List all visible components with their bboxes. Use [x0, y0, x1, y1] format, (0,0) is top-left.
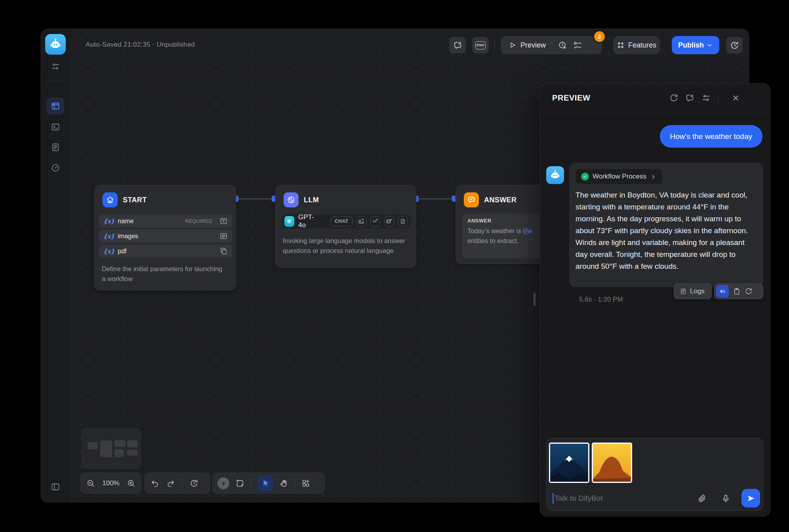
restart-conversation-icon[interactable] [669, 93, 678, 103]
home-icon [103, 192, 118, 207]
sidebar-item-orchestrate[interactable] [47, 97, 64, 115]
app-logo-difybot[interactable] [45, 34, 66, 55]
sidebar [40, 28, 71, 503]
conversation-settings-icon[interactable] [701, 93, 711, 103]
clear-conversation-icon[interactable] [685, 93, 694, 103]
tune-settings-icon[interactable] [51, 62, 60, 71]
robot-icon [48, 37, 63, 51]
play-icon [509, 41, 516, 49]
variable-token: {x} [103, 233, 114, 240]
attached-image-sunset-mountain[interactable] [592, 443, 632, 483]
message-meta: 5.6s · 1:20 PM [579, 296, 623, 304]
version-history-button[interactable] [726, 37, 743, 53]
node-llm-title: LLM [304, 196, 319, 204]
undo-icon[interactable] [151, 479, 159, 488]
sidebar-item-api-terminal-icon[interactable] [51, 122, 60, 132]
bubble-x-icon [453, 41, 462, 50]
canvas-tools-toolbar [212, 473, 325, 494]
required-badge: REQUIRED [185, 218, 212, 224]
zoom-in-icon[interactable] [127, 479, 135, 488]
features-icon [617, 41, 625, 49]
organize-nodes-icon[interactable] [301, 479, 310, 488]
voice-input-mic-icon[interactable] [721, 494, 730, 503]
files-type-icon [219, 247, 228, 255]
field-name-label: pdf [118, 248, 126, 255]
undo-toolbar [145, 473, 210, 494]
copy-icon[interactable] [733, 287, 741, 295]
logs-icon [680, 288, 687, 295]
node-llm-description: Invoking large language models to answer… [283, 236, 410, 256]
send-icon [747, 494, 755, 503]
robot-icon [549, 169, 561, 181]
pointer-mode-button[interactable] [257, 475, 273, 491]
send-message-button[interactable] [741, 489, 760, 507]
preview-panel-title: PREVIEW [552, 93, 590, 103]
logs-button[interactable]: Logs [674, 283, 712, 299]
llm-model-selector[interactable]: GPT-4o CHAT [282, 214, 410, 228]
node-llm[interactable]: LLM GPT-4o CHAT Invoking large language … [275, 185, 416, 268]
speak-aloud-button[interactable] [716, 285, 729, 298]
history-icon [730, 41, 739, 50]
env-variables-button[interactable]: ENV [472, 37, 489, 53]
model-name: GPT-4o [298, 213, 320, 229]
hand-mode-icon[interactable] [280, 479, 288, 488]
minimap-node [114, 440, 126, 447]
preview-run-button[interactable]: Preview [509, 41, 546, 49]
text-input-type-icon [219, 217, 228, 225]
message-actions [714, 283, 763, 299]
env-icon: ENV [475, 41, 486, 49]
add-node-button[interactable] [217, 477, 229, 489]
publish-label: Publish [678, 41, 704, 49]
answer-variable-token: {{w [523, 227, 532, 234]
zoom-toolbar: 100% [80, 473, 141, 494]
zoom-level[interactable]: 100% [100, 479, 122, 487]
sidebar-item-monitoring-icon[interactable] [51, 163, 60, 173]
redo-icon[interactable] [166, 479, 175, 488]
features-button[interactable]: Features [613, 36, 660, 54]
node-llm-header: LLM [284, 192, 319, 207]
chevron-right-icon [650, 173, 657, 180]
plus-icon [220, 480, 227, 486]
variable-token: {x} [103, 248, 114, 255]
logs-label: Logs [690, 287, 705, 295]
start-field-name[interactable]: {x} name REQUIRED [99, 215, 232, 228]
edge-start-llm [238, 198, 273, 200]
variable-token: {x} [103, 218, 114, 225]
bot-message-card: Workflow Process The weather in Boydton,… [569, 163, 763, 287]
annotation-button[interactable] [449, 37, 466, 53]
window-icon [51, 101, 60, 111]
regenerate-icon[interactable] [745, 287, 753, 295]
chat-message-input[interactable] [555, 490, 693, 506]
collapse-sidebar-icon[interactable] [51, 482, 60, 492]
canvas-minimap[interactable] [82, 428, 141, 469]
workflow-process-toggle[interactable]: Workflow Process [576, 169, 662, 184]
run-history-icon[interactable] [558, 41, 567, 50]
user-message-bubble: How's the weather today [660, 125, 762, 148]
minimap-node [100, 441, 112, 457]
attached-image-night-mountain[interactable] [549, 443, 589, 483]
minimap-node [114, 449, 124, 457]
sidebar-item-logs-icon[interactable] [51, 142, 60, 152]
start-field-pdf[interactable]: {x} pdf [99, 245, 232, 258]
node-start-header: START [103, 192, 147, 207]
zoom-out-icon[interactable] [86, 479, 95, 488]
text-caret [553, 493, 554, 504]
checklist-icon[interactable] [573, 41, 582, 50]
close-panel-icon[interactable] [731, 93, 740, 103]
openai-icon [284, 216, 294, 227]
panel-resize-handle[interactable] [534, 293, 536, 306]
add-note-icon[interactable] [236, 479, 244, 488]
speaker-icon [719, 288, 726, 295]
change-history-icon[interactable] [190, 479, 198, 488]
desktop-background: Auto-Saved 21:02:35 · Unpublished ENV Pr… [0, 0, 789, 532]
sidebar-divider [46, 80, 65, 80]
node-start-title: START [123, 196, 147, 204]
attach-file-paperclip-icon[interactable] [698, 494, 707, 503]
start-field-images[interactable]: {x} images [99, 230, 232, 243]
bot-message-text: The weather in Boydton, VA today is clea… [576, 189, 757, 272]
node-answer-title: ANSWER [484, 196, 516, 204]
paragraph-type-icon [219, 232, 228, 240]
run-toolbar-divider [552, 41, 552, 49]
publish-button[interactable]: Publish [672, 36, 719, 54]
node-start[interactable]: START {x} name REQUIRED {x} images {x} p… [94, 185, 236, 291]
